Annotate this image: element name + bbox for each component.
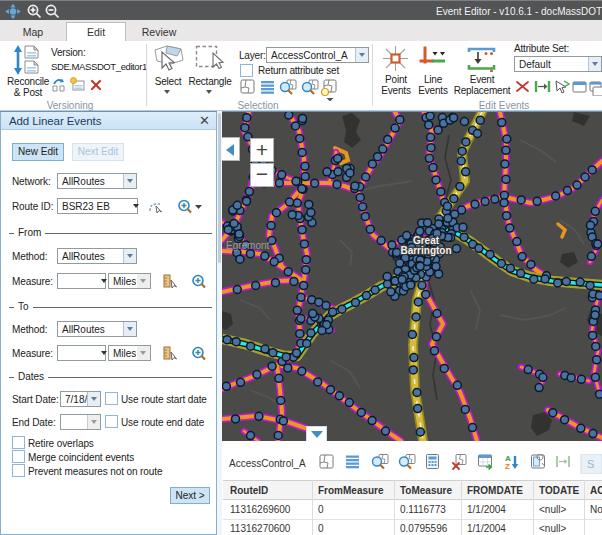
svg-text:Egremont: Egremont xyxy=(226,240,270,251)
svg-text:S: S xyxy=(587,458,594,470)
svg-text:Z: Z xyxy=(505,462,510,471)
svg-text:Barrington: Barrington xyxy=(400,245,451,256)
